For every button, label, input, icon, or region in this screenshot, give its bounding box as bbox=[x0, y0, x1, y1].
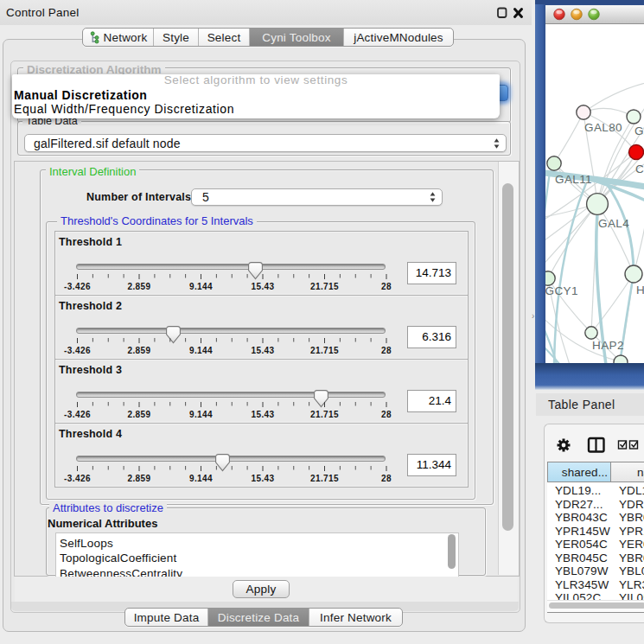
svg-text:GAL11: GAL11 bbox=[555, 173, 592, 186]
svg-text:HAP2: HAP2 bbox=[592, 339, 624, 352]
svg-text:GAL3: GAL3 bbox=[634, 124, 644, 137]
svg-text:GAL4: GAL4 bbox=[598, 217, 629, 230]
svg-text:GAL80: GAL80 bbox=[584, 121, 622, 134]
svg-text:HAP: HAP bbox=[636, 284, 644, 296]
svg-text:CRP: CRP bbox=[635, 163, 644, 175]
svg-text:GCY1: GCY1 bbox=[545, 284, 578, 297]
